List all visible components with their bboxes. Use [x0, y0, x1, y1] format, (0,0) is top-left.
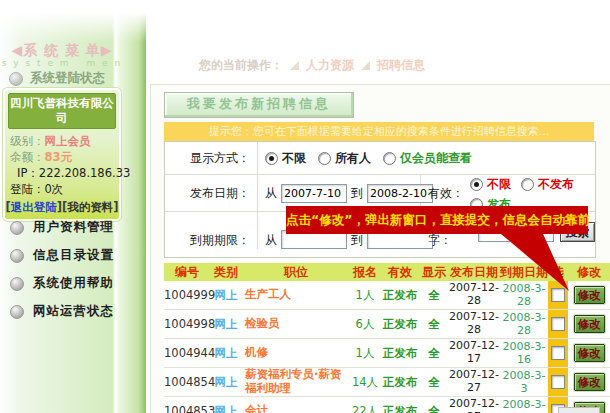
job-select-checkbox[interactable] — [551, 346, 565, 360]
job-publish-date: 2007-12-28 — [448, 310, 500, 337]
ip-value: 222.208.186.33 — [39, 166, 130, 180]
expire-date-label: 到期期限： — [165, 212, 258, 249]
ip-row: IP：222.208.186.33 — [5, 165, 119, 181]
radio-display-everyone[interactable]: 所有人 — [318, 150, 371, 167]
display-mode-row: 显示方式： 不限 所有人 仅会员能查看 — [165, 142, 595, 175]
col-header-modify: 修改 — [568, 264, 610, 281]
pagination-fragment — [558, 407, 600, 413]
ip-label: IP： — [17, 166, 39, 180]
col-header-position: 职位 — [242, 264, 350, 281]
balance-label: 余额： — [10, 150, 45, 164]
modify-button[interactable]: 修改 — [574, 373, 605, 391]
job-position-link[interactable]: 生产工人 — [242, 288, 350, 302]
to-label: 到 — [351, 185, 363, 202]
menu-title-text: ◀系 统 菜 单▶ — [0, 42, 124, 58]
job-position-link[interactable]: 会计 — [242, 404, 350, 413]
sidebar-item-info-directory[interactable]: 信息目录设置 — [10, 247, 114, 264]
job-modify-cell: 修改 — [568, 286, 610, 304]
menu-bullet-icon — [10, 221, 24, 235]
job-modify-cell: 修改 — [568, 344, 610, 362]
level-value: 网上会员 — [45, 134, 91, 148]
col-header-expire-date: 到期日期 — [500, 264, 548, 281]
sidebar-item-label: 用户资料管理 — [33, 219, 114, 236]
job-modify-cell: 修改 — [568, 373, 610, 391]
login-status-label: 系统登陆状态 — [30, 70, 105, 87]
jobs-table: 编号 类别 职位 报名 有效 显示 发布日期 到期日期 选 修改 1004999… — [164, 263, 610, 413]
job-valid-status: 正发布 — [380, 287, 420, 304]
display-mode-label: 显示方式： — [165, 142, 258, 174]
job-select-checkbox[interactable] — [551, 288, 565, 302]
job-select-checkbox[interactable] — [551, 317, 565, 331]
col-header-publish-date: 发布日期 — [448, 264, 500, 281]
job-modify-cell: 修改 — [568, 315, 610, 333]
table-row: 1004853 网上 会计 22人 正发布 全 2007-12-27 2008-… — [164, 397, 610, 413]
job-publish-date: 2007-12-27 — [448, 397, 500, 413]
publish-new-job-button[interactable]: 我要发布新招聘信息 — [164, 92, 354, 118]
job-applicants: 1人 — [350, 287, 380, 304]
job-category: 网上 — [210, 345, 242, 362]
bracket: ] — [113, 200, 118, 214]
search-form: 显示方式： 不限 所有人 仅会员能查看 — [164, 141, 596, 258]
job-select-checkbox[interactable] — [551, 375, 565, 389]
table-row: 1004999 网上 生产工人 1人 正发布 全 2007-12-28 2008… — [164, 281, 610, 310]
modify-tip-callout: 点击“修改”，弹出新窗口，直接提交，信息会自动靠前 — [286, 206, 588, 234]
logout-link[interactable]: 退出登陆 — [11, 200, 57, 214]
login-status-header: 系统登陆状态 — [9, 70, 105, 87]
table-header-row: 编号 类别 职位 报名 有效 显示 发布日期 到期日期 选 修改 — [164, 263, 610, 281]
job-position-link[interactable]: 机修 — [242, 346, 350, 360]
modify-button[interactable]: 修改 — [574, 344, 605, 362]
account-links-row: [退出登陆][我的资料] — [5, 197, 119, 219]
radio-display-unlimited[interactable]: 不限 — [265, 150, 306, 167]
breadcrumb-link-hr[interactable]: 人力资源 — [306, 57, 354, 74]
menu-bullet-icon — [10, 277, 24, 291]
from-label: 从 — [265, 232, 277, 249]
col-header-valid: 有效 — [380, 264, 420, 281]
job-category: 网上 — [210, 316, 242, 333]
hint-bar: 提示您：您可在下面根据需要给定相应的搜索条件进行招聘信息搜索... — [164, 122, 594, 141]
job-position-link[interactable]: 薪资福利专员·薪资福利助理 — [242, 368, 350, 396]
job-id: 1004854 — [164, 374, 210, 390]
job-id: 1004998 — [164, 316, 210, 332]
job-select-cell — [548, 368, 568, 396]
job-display-scope: 全 — [420, 403, 448, 413]
login-status-panel: 四川飞普科技有限公司 级别：网上会员 余额：83元 IP：222.208.186… — [3, 88, 121, 221]
col-header-display: 显示 — [420, 264, 448, 281]
radio-icon — [470, 178, 483, 191]
my-profile-link[interactable]: 我的资料 — [67, 200, 113, 214]
breadcrumb-link-recruit[interactable]: 招聘信息 — [377, 57, 425, 74]
sidebar-item-user-data[interactable]: 用户资料管理 — [10, 219, 114, 236]
modify-button[interactable]: 修改 — [574, 315, 605, 333]
table-row: 1004944 网上 机修 1人 正发布 全 2007-12-17 2008-3… — [164, 339, 610, 368]
job-display-scope: 全 — [420, 316, 448, 333]
col-header-select: 选 — [548, 264, 568, 281]
sidebar-item-site-status[interactable]: 网站运营状态 — [10, 303, 114, 320]
table-row: 1004854 网上 薪资福利专员·薪资福利助理 14人 正发布 全 2007-… — [164, 368, 610, 397]
job-expire-date: 2008-3-28 — [500, 310, 548, 338]
sidebar-item-help[interactable]: 系统使用帮助 — [10, 275, 114, 292]
job-select-cell — [548, 339, 568, 367]
job-valid-status: 正发布 — [380, 316, 420, 333]
job-expire-date: 2008-3-3 — [500, 397, 548, 413]
col-header-category: 类别 — [210, 264, 242, 281]
job-id: 1004944 — [164, 345, 210, 361]
modify-button[interactable]: 修改 — [574, 286, 605, 304]
job-applicants: 6人 — [350, 316, 380, 333]
radio-icon — [383, 152, 396, 165]
job-applicants: 1人 — [350, 345, 380, 362]
radio-valid-unlimited[interactable]: 不限 — [470, 176, 511, 193]
job-id: 1004853 — [164, 403, 210, 413]
level-row: 级别：网上会员 — [5, 133, 119, 149]
recruitment-admin-page: ◀系 统 菜 单▶ s y s t e m m e n u 系统登陆状态 四川飞… — [0, 0, 610, 413]
publish-from-input[interactable] — [281, 184, 347, 203]
radio-valid-unpublished[interactable]: 不发布 — [521, 176, 574, 193]
job-category: 网上 — [210, 403, 242, 413]
job-category: 网上 — [210, 374, 242, 391]
job-valid-status: 正发布 — [380, 403, 420, 413]
publish-date-label: 发布日期： — [165, 175, 258, 211]
main-panel: 我要发布新招聘信息 提示您：您可在下面根据需要给定相应的搜索条件进行招聘信息搜索… — [150, 84, 610, 413]
level-label: 级别： — [10, 134, 45, 148]
radio-display-members-only[interactable]: 仅会员能查看 — [383, 150, 472, 167]
login-count-row: 登陆：0次 — [5, 181, 119, 197]
job-position-link[interactable]: 检验员 — [242, 317, 350, 331]
breadcrumb: 您的当前操作： 人力资源 招聘信息 — [199, 57, 425, 74]
